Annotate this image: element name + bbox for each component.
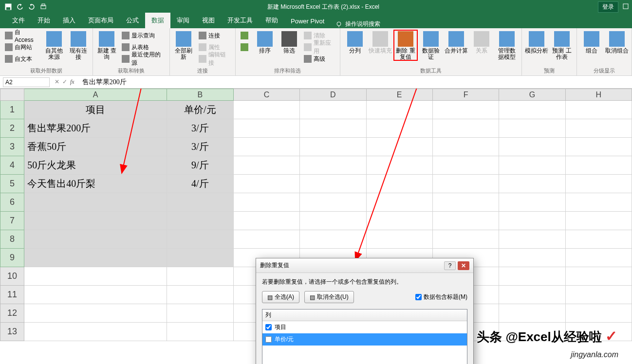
cell-H11[interactable] bbox=[565, 286, 632, 304]
columns-listbox[interactable]: 列 项目单价/元 bbox=[262, 309, 467, 364]
btn-other-sources[interactable]: 自其他来源 bbox=[43, 30, 65, 60]
cell-B8[interactable] bbox=[167, 230, 233, 249]
cell-C2[interactable] bbox=[233, 119, 299, 138]
cell-H2[interactable] bbox=[565, 119, 632, 138]
cell-B4[interactable]: 9/斤 bbox=[167, 156, 233, 175]
listbox-item[interactable]: 单价/元 bbox=[262, 333, 467, 346]
cell-G3[interactable] bbox=[499, 138, 565, 156]
cell-B6[interactable] bbox=[167, 193, 233, 212]
cell-E3[interactable] bbox=[366, 138, 432, 156]
cell-A9[interactable] bbox=[24, 249, 167, 267]
tab-powerpivot[interactable]: Power Pivot bbox=[284, 14, 331, 28]
cell-F4[interactable] bbox=[432, 156, 499, 175]
btn-from-text[interactable]: 自文本 bbox=[3, 54, 41, 64]
cell-F2[interactable] bbox=[432, 119, 499, 138]
cell-F6[interactable] bbox=[432, 193, 499, 212]
tab-layout[interactable]: 页面布局 bbox=[82, 13, 120, 28]
cell-A1[interactable]: 项目 bbox=[24, 101, 167, 119]
cell-G10[interactable] bbox=[499, 267, 565, 286]
cell-F1[interactable] bbox=[432, 101, 499, 119]
cell-H3[interactable] bbox=[565, 138, 632, 156]
btn-advanced-filter[interactable]: 高级 bbox=[302, 54, 337, 64]
row-header-3[interactable]: 3 bbox=[0, 138, 24, 156]
cell-G6[interactable] bbox=[499, 193, 565, 212]
login-button[interactable]: 登录 bbox=[598, 1, 618, 13]
redo-icon[interactable] bbox=[26, 1, 37, 12]
cell-C8[interactable] bbox=[233, 230, 299, 249]
cell-G2[interactable] bbox=[499, 119, 565, 138]
btn-sort[interactable]: 排序 bbox=[254, 30, 276, 54]
cell-D7[interactable] bbox=[300, 212, 366, 230]
column-checkbox[interactable] bbox=[265, 324, 272, 330]
btn-ungroup[interactable]: 取消组合 bbox=[605, 30, 629, 54]
col-header-B[interactable]: B bbox=[167, 89, 233, 101]
close-button[interactable]: ✕ bbox=[458, 261, 469, 270]
row-header-8[interactable]: 8 bbox=[0, 230, 24, 249]
tab-help[interactable]: 帮助 bbox=[259, 13, 284, 28]
fx-icon[interactable]: fx bbox=[70, 78, 74, 86]
save-icon[interactable] bbox=[3, 1, 14, 12]
cell-B5[interactable]: 4/斤 bbox=[167, 175, 233, 193]
cell-A8[interactable] bbox=[24, 230, 167, 249]
cell-D5[interactable] bbox=[300, 175, 366, 193]
cell-C1[interactable] bbox=[233, 101, 299, 119]
cell-H5[interactable] bbox=[565, 175, 632, 193]
tab-insert[interactable]: 插入 bbox=[56, 13, 82, 28]
col-header-F[interactable]: F bbox=[432, 89, 499, 101]
btn-filter[interactable]: 筛选 bbox=[278, 30, 300, 54]
cell-C4[interactable] bbox=[233, 156, 299, 175]
cell-H12[interactable] bbox=[565, 304, 632, 323]
cell-G4[interactable] bbox=[499, 156, 565, 175]
cell-B1[interactable]: 单价/元 bbox=[167, 101, 233, 119]
row-header-13[interactable]: 13 bbox=[0, 323, 24, 341]
cell-G5[interactable] bbox=[499, 175, 565, 193]
cell-B9[interactable] bbox=[167, 249, 233, 267]
formula-input[interactable]: 售出苹果200斤 bbox=[79, 78, 632, 87]
row-header-5[interactable]: 5 bbox=[0, 175, 24, 193]
btn-recent-sources[interactable]: 最近使用的源 bbox=[120, 54, 166, 64]
cell-A6[interactable] bbox=[24, 193, 167, 212]
btn-refresh-all[interactable]: 全部刷新 bbox=[173, 30, 195, 60]
cell-G1[interactable] bbox=[499, 101, 565, 119]
cell-E1[interactable] bbox=[366, 101, 432, 119]
cancel-icon[interactable]: ✕ bbox=[55, 78, 59, 86]
cell-H8[interactable] bbox=[565, 230, 632, 249]
cell-B13[interactable] bbox=[167, 323, 233, 341]
cell-D4[interactable] bbox=[300, 156, 366, 175]
cell-H7[interactable] bbox=[565, 212, 632, 230]
cell-A10[interactable] bbox=[24, 267, 167, 286]
enter-icon[interactable]: ✓ bbox=[62, 78, 67, 86]
cell-A2[interactable]: 售出苹果200斤 bbox=[24, 119, 167, 138]
name-box[interactable] bbox=[3, 77, 50, 87]
cell-A12[interactable] bbox=[24, 304, 167, 323]
cell-D8[interactable] bbox=[300, 230, 366, 249]
cell-C3[interactable] bbox=[233, 138, 299, 156]
row-header-4[interactable]: 4 bbox=[0, 156, 24, 175]
cell-C5[interactable] bbox=[233, 175, 299, 193]
cell-A4[interactable]: 50斤火龙果 bbox=[24, 156, 167, 175]
tell-me-search[interactable]: 操作说明搜索 bbox=[335, 20, 380, 28]
cell-E6[interactable] bbox=[366, 193, 432, 212]
cell-G8[interactable] bbox=[499, 230, 565, 249]
col-header-E[interactable]: E bbox=[366, 89, 432, 101]
tab-review[interactable]: 审阅 bbox=[170, 13, 196, 28]
has-header-check[interactable] bbox=[415, 294, 422, 300]
print-preview-icon[interactable] bbox=[38, 1, 49, 12]
row-header-1[interactable]: 1 bbox=[0, 101, 24, 119]
help-button[interactable]: ? bbox=[444, 261, 456, 270]
btn-new-query[interactable]: 新建 查询 bbox=[96, 30, 118, 60]
cell-H4[interactable] bbox=[565, 156, 632, 175]
cell-G12[interactable] bbox=[499, 304, 565, 323]
cell-A3[interactable]: 香蕉50斤 bbox=[24, 138, 167, 156]
cell-B12[interactable] bbox=[167, 304, 233, 323]
ribbon-display-icon[interactable] bbox=[622, 3, 629, 11]
col-header-A[interactable]: A bbox=[24, 89, 167, 101]
cell-A13[interactable] bbox=[24, 323, 167, 341]
btn-from-web[interactable]: 自网站 bbox=[3, 42, 41, 53]
row-header-12[interactable]: 12 bbox=[0, 304, 24, 323]
tab-formula[interactable]: 公式 bbox=[120, 13, 145, 28]
cell-F7[interactable] bbox=[432, 212, 499, 230]
cell-E7[interactable] bbox=[366, 212, 432, 230]
unselect-all-button[interactable]: ▤取消全选(U) bbox=[304, 291, 354, 303]
row-header-7[interactable]: 7 bbox=[0, 212, 24, 230]
